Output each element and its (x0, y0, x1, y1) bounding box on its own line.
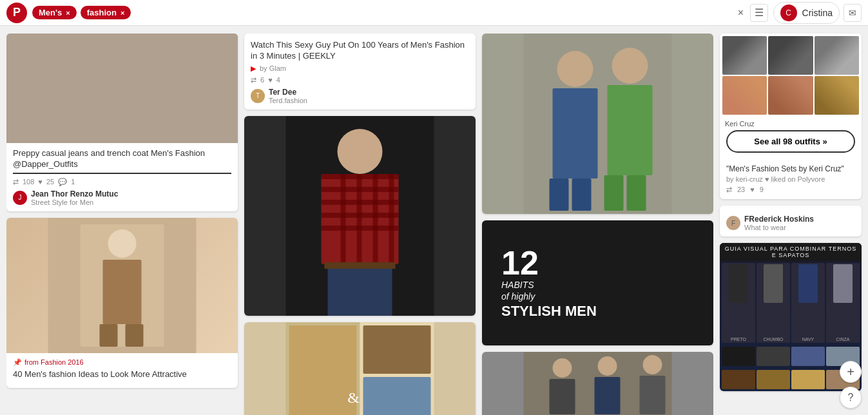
mens-tag-chip[interactable]: Men's × (32, 6, 77, 19)
see-all-button[interactable]: See all 98 outfits » (726, 130, 855, 153)
user-board-jean-thor: Street Style for Men (31, 198, 118, 206)
repin-count: 108 (23, 178, 34, 186)
pin-card-editorial[interactable] (482, 34, 713, 214)
outfit-cell-6 (815, 76, 859, 115)
suit-guide-title: GUIA VISUAL PARA COMBINAR TERNOS E SAPAT… (720, 243, 862, 261)
svg-rect-3 (151, 43, 187, 137)
svg-rect-44 (572, 179, 592, 211)
svg-rect-0 (48, 34, 197, 143)
avatar: C (780, 5, 797, 21)
pin-card-street-style[interactable]: Preppy casual jeans and trench coat Men'… (6, 34, 238, 211)
habits-line1: HABITS (501, 280, 694, 290)
collection-sub: by keri-cruz ♥ liked on Polyvore (726, 175, 855, 183)
repin-icon-2: ⇄ (251, 76, 256, 84)
svg-rect-55 (640, 376, 666, 414)
svg-rect-18 (341, 174, 346, 264)
outfit-cell-5 (768, 76, 813, 115)
pin-image-fashion-ideas (6, 218, 238, 353)
shoe-brown-1 (722, 370, 755, 389)
pin-title-street-style: Preppy casual jeans and trench coat Men'… (13, 148, 231, 170)
outfit-cell-4 (722, 76, 767, 115)
pin-card-12-habits[interactable]: 12 HABITS of highly STYLISH MEN (482, 220, 713, 345)
help-button[interactable]: ? (840, 387, 862, 409)
pin-body-street-style: Preppy casual jeans and trench coat Men'… (6, 143, 238, 211)
outfit-cell-2 (768, 36, 813, 75)
pin-card-plaid-shirt[interactable] (244, 116, 476, 316)
pin-user-street-style: J Jean Thor Renzo Mutuc Street Style for… (13, 189, 231, 206)
repin-count-sb: 23 (737, 186, 745, 194)
user-menu[interactable]: C Cristina (773, 2, 840, 24)
pin-body-100-years: Watch This Sexy Guy Put On 100 Years of … (244, 34, 476, 110)
like-count-sb: 9 (760, 186, 764, 194)
sidebar-body-frederick: F FRederick Hoskins What to wear (720, 206, 862, 236)
suit-figure-preto (729, 264, 748, 303)
habits-of: of highly (501, 291, 694, 302)
header-menu-button[interactable]: ☰ (750, 4, 768, 22)
comment-icon: 💬 (58, 178, 67, 186)
repin-icon-sb: ⇄ (726, 186, 732, 194)
svg-text:&: & (347, 389, 360, 406)
svg-rect-51 (550, 379, 575, 414)
pin-meta-street-style: ⇄ 108 ♥ 25 💬 1 (13, 178, 231, 186)
user-name-ter-dee: Ter Dee (269, 88, 307, 97)
like-icon: ♥ (38, 178, 43, 186)
pin-card-100-years[interactable]: Watch This Sexy Guy Put On 100 Years of … (244, 34, 476, 110)
right-sidebar: Keri Cruz See all 98 outfits » "Men's Fa… (720, 34, 862, 415)
suit-figure-chumbo (764, 264, 783, 303)
svg-rect-48 (627, 175, 646, 211)
pin-card-instagram[interactable]: & Instagram photo by @highfashionmen (Me… (244, 322, 476, 415)
keri-label: Keri Cruz (720, 117, 862, 130)
add-button[interactable]: + (840, 361, 862, 383)
pin-body-fashion-ideas: 📌 from Fashion 2016 40 Men's fashion Ide… (6, 353, 238, 388)
suit-figure-navy (798, 264, 818, 303)
main-content: Preppy casual jeans and trench coat Men'… (0, 27, 868, 415)
mens-tag-close[interactable]: × (66, 9, 70, 17)
sidebar-card-keri-cruz[interactable]: Keri Cruz See all 98 outfits » "Men's Fa… (720, 34, 862, 199)
sidebar-card-frederick[interactable]: F FRederick Hoskins What to wear (720, 206, 862, 236)
fashion-tag-close[interactable]: × (121, 9, 124, 17)
comment-count: 1 (71, 178, 75, 186)
like-count-2: 4 (276, 76, 280, 84)
svg-rect-9 (126, 324, 144, 347)
column-1: Preppy casual jeans and trench coat Men'… (6, 34, 238, 415)
svg-rect-26 (289, 325, 357, 415)
sidebar-collection-info: "Men's Fashion Sets by Keri Cruz" by ker… (720, 159, 862, 199)
suit-label-chumbo: CHUMBO (763, 337, 783, 342)
repin-icon: ⇄ (13, 178, 19, 186)
column-3: 12 HABITS of highly STYLISH MEN (482, 34, 713, 415)
svg-rect-42 (553, 88, 598, 179)
svg-point-6 (108, 229, 137, 258)
svg-point-50 (553, 358, 572, 378)
svg-point-52 (598, 356, 617, 376)
svg-rect-8 (100, 324, 118, 347)
like-icon-sb: ♥ (750, 186, 755, 194)
fashion-tag-chip[interactable]: fashion × (81, 6, 131, 19)
header-close-button[interactable]: × (732, 4, 750, 22)
like-count: 25 (46, 178, 54, 186)
pinterest-logo[interactable]: P (6, 3, 27, 23)
pin-card-fashion-ideas[interactable]: 📌 from Fashion 2016 40 Men's fashion Ide… (6, 218, 238, 388)
pin-meta-100-years: ▶ by Glam (251, 64, 469, 73)
shoe-brown-2 (757, 370, 790, 389)
pin-image-street-rules (482, 352, 713, 415)
shoe-black (722, 347, 755, 366)
pin-image-instagram: & (244, 322, 476, 415)
source-by-glam: by Glam (260, 64, 286, 72)
suit-label-preto: PRETO (731, 337, 746, 342)
svg-rect-27 (363, 325, 431, 374)
shoe-navy (791, 347, 825, 366)
avatar-frederick: F (726, 216, 740, 230)
svg-rect-43 (550, 179, 569, 211)
svg-rect-53 (595, 377, 621, 414)
suit-cell-preto: PRETO (722, 263, 755, 343)
suit-cell-chumbo: CHUMBO (757, 263, 790, 343)
svg-rect-28 (363, 377, 431, 415)
username-label: Cristina (802, 8, 833, 18)
notification-button[interactable]: ✉ (844, 4, 862, 22)
suit-cell-navy: NAVY (791, 263, 825, 343)
user-board-frederick: What to wear (744, 224, 814, 231)
pin-image-editorial (482, 34, 713, 214)
pin-image-plaid-shirt (244, 116, 476, 316)
pin-card-street-rules[interactable]: 📌 from StyleCaster 12 Fashion Rules to S… (482, 352, 713, 415)
svg-rect-22 (328, 264, 392, 316)
